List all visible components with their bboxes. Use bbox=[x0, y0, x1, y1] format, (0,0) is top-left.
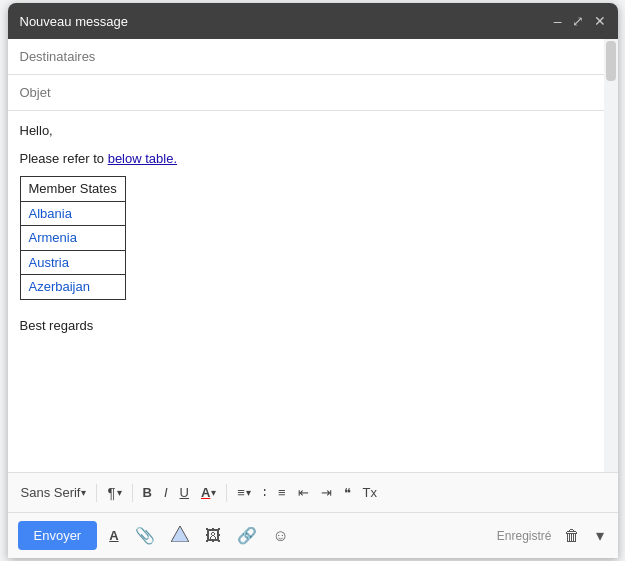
toolbar-separator-1 bbox=[96, 484, 97, 502]
drive-icon bbox=[171, 526, 189, 545]
compose-title: Nouveau message bbox=[20, 14, 128, 29]
italic-button[interactable]: I bbox=[159, 482, 173, 503]
compose-header-actions: – ⤢ ✕ bbox=[554, 14, 606, 28]
indent-increase-button[interactable]: ⇥ bbox=[316, 482, 337, 503]
font-family-selector[interactable]: Sans Serif ▾ bbox=[16, 482, 92, 503]
unordered-list-button[interactable]: ≡ bbox=[273, 482, 291, 503]
subject-input[interactable] bbox=[20, 85, 606, 100]
toolbar-separator-3 bbox=[226, 484, 227, 502]
svg-marker-0 bbox=[171, 526, 189, 542]
table-header-row: Member States bbox=[20, 177, 125, 202]
greeting-text: Hello, bbox=[20, 121, 606, 141]
underline-icon: U bbox=[180, 485, 189, 500]
minimize-button[interactable]: – bbox=[554, 14, 562, 28]
compose-window: Nouveau message – ⤢ ✕ Hello, Please refe… bbox=[8, 3, 618, 558]
close-button[interactable]: ✕ bbox=[594, 14, 606, 28]
font-color-button[interactable]: A ▾ bbox=[196, 482, 221, 503]
font-size-chevron-icon: ▾ bbox=[117, 487, 122, 498]
send-button[interactable]: Envoyer bbox=[18, 521, 98, 550]
attach-button[interactable]: 📎 bbox=[131, 522, 159, 549]
format-underline-button[interactable]: A bbox=[105, 524, 122, 547]
intro-line: Please refer to below table. bbox=[20, 149, 606, 169]
italic-icon: I bbox=[164, 485, 168, 500]
bold-button[interactable]: B bbox=[138, 482, 157, 503]
table-cell-austria: Austria bbox=[20, 250, 125, 275]
clear-format-button[interactable]: Tx bbox=[358, 482, 382, 503]
table-cell-albania: Albania bbox=[20, 201, 125, 226]
formatting-toolbar: Sans Serif ▾ ¶ ▾ B I U A ▾ ≡ ▾ ∶ ≡ ⇤ ⇥ ❝… bbox=[8, 472, 618, 512]
align-icon: ≡ bbox=[237, 485, 245, 500]
scrollbar-thumb[interactable] bbox=[606, 41, 616, 81]
table-row: Azerbaijan bbox=[20, 275, 125, 300]
compose-body[interactable]: Hello, Please refer to below table. Memb… bbox=[8, 111, 618, 472]
bold-icon: B bbox=[143, 485, 152, 500]
emoji-button[interactable]: ☺ bbox=[269, 523, 293, 549]
table-row: Austria bbox=[20, 250, 125, 275]
toolbar-separator-2 bbox=[132, 484, 133, 502]
more-options-icon: ▾ bbox=[596, 526, 604, 545]
indent-decrease-icon: ⇤ bbox=[298, 485, 309, 500]
photo-button[interactable]: 🖼 bbox=[201, 523, 225, 549]
indent-decrease-button[interactable]: ⇤ bbox=[293, 482, 314, 503]
member-states-table: Member States Albania Armenia Austria Az… bbox=[20, 176, 126, 300]
table-row: Armenia bbox=[20, 226, 125, 251]
table-row: Albania bbox=[20, 201, 125, 226]
ordered-list-icon: ∶ bbox=[263, 485, 266, 500]
footer-right: Enregistré 🗑 ▾ bbox=[497, 522, 608, 549]
font-size-icon: ¶ bbox=[107, 484, 115, 501]
clear-format-icon: Tx bbox=[363, 485, 377, 500]
delete-icon: 🗑 bbox=[564, 527, 580, 545]
format-underline-icon: A bbox=[109, 528, 118, 543]
link-icon: 🔗 bbox=[237, 526, 257, 545]
font-family-label: Sans Serif bbox=[21, 485, 81, 500]
attach-icon: 📎 bbox=[135, 526, 155, 545]
indent-increase-icon: ⇥ bbox=[321, 485, 332, 500]
font-color-icon: A bbox=[201, 485, 210, 500]
ordered-list-button[interactable]: ∶ bbox=[258, 482, 271, 503]
scrollbar-track[interactable] bbox=[604, 39, 618, 472]
compose-header: Nouveau message – ⤢ ✕ bbox=[8, 3, 618, 39]
table-cell-azerbaijan: Azerbaijan bbox=[20, 275, 125, 300]
delete-button[interactable]: 🗑 bbox=[560, 523, 584, 549]
subject-field-row bbox=[8, 75, 618, 111]
to-input[interactable] bbox=[20, 49, 606, 64]
drive-button[interactable] bbox=[167, 522, 193, 549]
expand-button[interactable]: ⤢ bbox=[572, 14, 584, 28]
saved-label: Enregistré bbox=[497, 529, 552, 543]
table-cell-armenia: Armenia bbox=[20, 226, 125, 251]
sign-off-text: Best regards bbox=[20, 316, 606, 336]
align-chevron-icon: ▾ bbox=[246, 487, 251, 498]
font-color-chevron-icon: ▾ bbox=[211, 487, 216, 498]
photo-icon: 🖼 bbox=[205, 527, 221, 545]
intro-link[interactable]: below table. bbox=[108, 151, 177, 166]
font-size-button[interactable]: ¶ ▾ bbox=[102, 481, 126, 504]
compose-footer: Envoyer A 📎 🖼 🔗 ☺ Enregistré 🗑 ▾ bbox=[8, 512, 618, 558]
font-family-chevron-icon: ▾ bbox=[81, 487, 86, 498]
underline-button[interactable]: U bbox=[175, 482, 194, 503]
blockquote-button[interactable]: ❝ bbox=[339, 482, 356, 503]
align-button[interactable]: ≡ ▾ bbox=[232, 482, 256, 503]
more-options-button[interactable]: ▾ bbox=[592, 522, 608, 549]
to-field-row bbox=[8, 39, 618, 75]
table-header-cell: Member States bbox=[20, 177, 125, 202]
link-button[interactable]: 🔗 bbox=[233, 522, 261, 549]
emoji-icon: ☺ bbox=[273, 527, 289, 545]
blockquote-icon: ❝ bbox=[344, 485, 351, 500]
unordered-list-icon: ≡ bbox=[278, 485, 286, 500]
